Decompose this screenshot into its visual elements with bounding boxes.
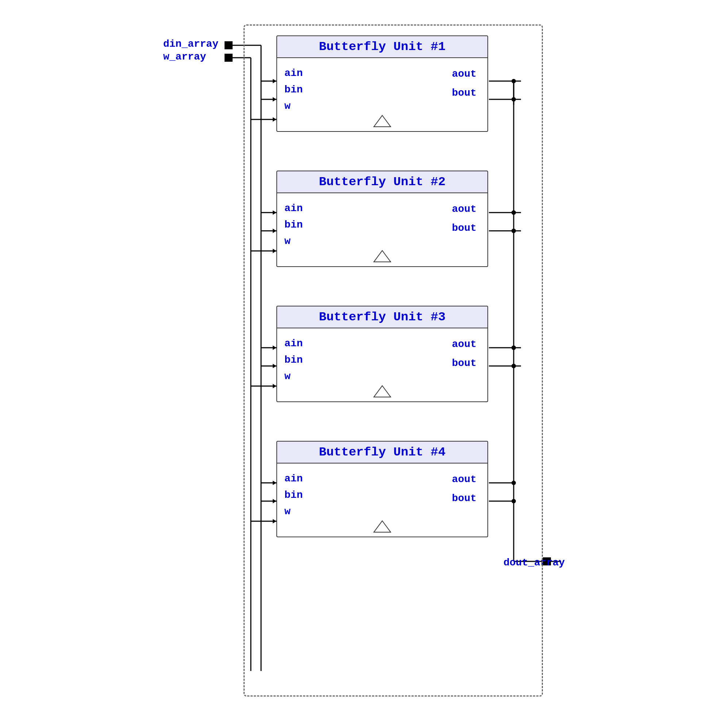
butterfly-unit-3: Butterfly Unit #3 ain bin w aout bout: [276, 306, 488, 402]
unit3-bin: bin: [284, 352, 480, 369]
svg-marker-60: [374, 386, 391, 397]
din-array-label: din_array: [163, 38, 218, 50]
unit3-ain: ain: [284, 336, 480, 352]
unit2-bin: bin: [284, 217, 480, 233]
butterfly-unit-1-title: Butterfly Unit #1: [277, 36, 487, 58]
svg-marker-59: [374, 251, 391, 262]
butterfly-unit-1: Butterfly Unit #1 ain bin w aout bout: [276, 35, 488, 132]
butterfly-unit-4-body: ain bin w aout bout: [277, 464, 487, 537]
unit3-bout: bout: [452, 358, 476, 369]
butterfly-unit-3-body: ain bin w aout bout: [277, 328, 487, 401]
unit1-w: w: [284, 98, 480, 115]
w-array-label: w_array: [163, 51, 206, 63]
butterfly-unit-3-title: Butterfly Unit #3: [277, 306, 487, 328]
unit4-ain: ain: [284, 471, 480, 487]
unit1-aout: aout: [452, 68, 476, 80]
butterfly-unit-2-title: Butterfly Unit #2: [277, 171, 487, 193]
unit1-bout: bout: [452, 87, 476, 99]
butterfly-unit-2-body: ain bin w aout bout: [277, 193, 487, 266]
butterfly-unit-4: Butterfly Unit #4 ain bin w aout bout: [276, 441, 488, 537]
unit2-aout: aout: [452, 204, 476, 215]
diagram-container: din_array w_array dout_array Butterfly U…: [163, 14, 565, 707]
unit2-ain: ain: [284, 201, 480, 217]
svg-marker-61: [374, 521, 391, 532]
unit2-clock: [373, 250, 392, 263]
w-array-block: [225, 54, 232, 62]
butterfly-unit-4-title: Butterfly Unit #4: [277, 442, 487, 464]
unit4-aout: aout: [452, 474, 476, 485]
unit3-w: w: [284, 369, 480, 385]
unit3-clock: [373, 385, 392, 398]
unit3-aout: aout: [452, 338, 476, 350]
unit1-bin: bin: [284, 82, 480, 98]
din-array-block: [225, 41, 232, 49]
svg-marker-58: [374, 115, 391, 127]
butterfly-unit-1-body: ain bin w aout bout: [277, 58, 487, 131]
unit4-w: w: [284, 504, 480, 520]
unit4-bout: bout: [452, 493, 476, 504]
unit4-bin: bin: [284, 487, 480, 504]
unit1-clock: [373, 115, 392, 127]
unit4-clock: [373, 520, 392, 533]
unit2-bout: bout: [452, 222, 476, 234]
unit1-ain: ain: [284, 65, 480, 82]
unit2-w: w: [284, 233, 480, 250]
butterfly-unit-2: Butterfly Unit #2 ain bin w aout bout: [276, 171, 488, 267]
